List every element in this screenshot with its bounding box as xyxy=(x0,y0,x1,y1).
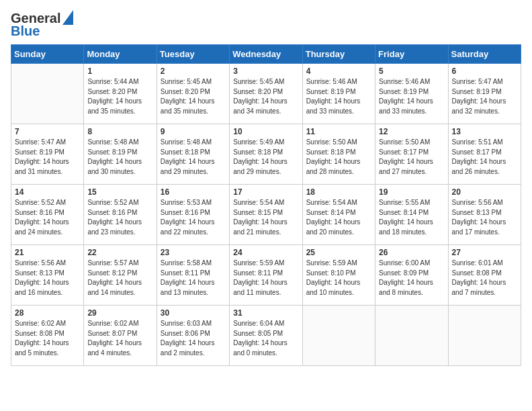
day-info: Sunrise: 5:57 AM Sunset: 8:12 PM Dayligh… xyxy=(87,259,152,298)
day-number: 8 xyxy=(87,127,152,136)
header: General Blue xyxy=(11,11,521,39)
day-info: Sunrise: 5:47 AM Sunset: 8:19 PM Dayligh… xyxy=(15,138,80,177)
day-info: Sunrise: 5:56 AM Sunset: 8:13 PM Dayligh… xyxy=(452,198,517,237)
day-info: Sunrise: 6:03 AM Sunset: 8:06 PM Dayligh… xyxy=(161,319,226,358)
day-info: Sunrise: 5:46 AM Sunset: 8:19 PM Dayligh… xyxy=(306,77,371,116)
calendar-cell: 27Sunrise: 6:01 AM Sunset: 8:08 PM Dayli… xyxy=(448,245,521,306)
day-info: Sunrise: 5:59 AM Sunset: 8:11 PM Dayligh… xyxy=(233,259,298,298)
calendar-cell: 17Sunrise: 5:54 AM Sunset: 8:15 PM Dayli… xyxy=(230,185,302,245)
day-number: 10 xyxy=(233,127,298,136)
calendar-cell: 14Sunrise: 5:52 AM Sunset: 8:16 PM Dayli… xyxy=(11,185,84,245)
day-info: Sunrise: 5:50 AM Sunset: 8:18 PM Dayligh… xyxy=(306,138,371,177)
day-number: 24 xyxy=(233,248,298,257)
day-number: 12 xyxy=(379,127,444,136)
day-info: Sunrise: 5:45 AM Sunset: 8:20 PM Dayligh… xyxy=(161,77,226,116)
calendar-cell: 21Sunrise: 5:56 AM Sunset: 8:13 PM Dayli… xyxy=(11,245,84,306)
day-number: 16 xyxy=(161,187,226,197)
day-number: 28 xyxy=(15,308,80,318)
calendar-week-row: 1Sunrise: 5:44 AM Sunset: 8:20 PM Daylig… xyxy=(11,64,521,124)
day-info: Sunrise: 5:52 AM Sunset: 8:16 PM Dayligh… xyxy=(15,198,80,237)
day-number: 1 xyxy=(87,66,152,76)
calendar-cell: 13Sunrise: 5:51 AM Sunset: 8:17 PM Dayli… xyxy=(448,124,521,185)
day-info: Sunrise: 5:54 AM Sunset: 8:15 PM Dayligh… xyxy=(233,198,298,237)
day-number: 7 xyxy=(15,127,80,136)
calendar-cell: 4Sunrise: 5:46 AM Sunset: 8:19 PM Daylig… xyxy=(302,64,375,124)
day-number: 5 xyxy=(379,66,444,76)
day-info: Sunrise: 5:51 AM Sunset: 8:17 PM Dayligh… xyxy=(452,138,517,177)
calendar-cell xyxy=(11,64,84,124)
day-info: Sunrise: 6:02 AM Sunset: 8:07 PM Dayligh… xyxy=(87,319,152,358)
day-number: 14 xyxy=(15,187,80,197)
day-header-friday: Friday xyxy=(375,45,448,64)
calendar-cell: 18Sunrise: 5:54 AM Sunset: 8:14 PM Dayli… xyxy=(302,185,375,245)
day-info: Sunrise: 5:46 AM Sunset: 8:19 PM Dayligh… xyxy=(379,77,444,116)
day-info: Sunrise: 5:56 AM Sunset: 8:13 PM Dayligh… xyxy=(15,259,80,298)
logo: General Blue xyxy=(11,11,73,39)
calendar-cell: 25Sunrise: 5:59 AM Sunset: 8:10 PM Dayli… xyxy=(302,245,375,306)
calendar-cell: 2Sunrise: 5:45 AM Sunset: 8:20 PM Daylig… xyxy=(157,64,229,124)
day-number: 20 xyxy=(452,187,517,197)
day-number: 6 xyxy=(452,66,517,76)
day-header-wednesday: Wednesday xyxy=(230,45,302,64)
day-number: 3 xyxy=(233,66,298,76)
day-info: Sunrise: 6:00 AM Sunset: 8:09 PM Dayligh… xyxy=(379,259,444,298)
calendar-week-row: 14Sunrise: 5:52 AM Sunset: 8:16 PM Dayli… xyxy=(11,185,521,245)
day-number: 11 xyxy=(306,127,371,136)
calendar-cell: 24Sunrise: 5:59 AM Sunset: 8:11 PM Dayli… xyxy=(230,245,302,306)
day-info: Sunrise: 6:04 AM Sunset: 8:05 PM Dayligh… xyxy=(233,319,298,358)
logo-blue: Blue xyxy=(11,24,40,39)
day-number: 17 xyxy=(233,187,298,197)
calendar-cell: 5Sunrise: 5:46 AM Sunset: 8:19 PM Daylig… xyxy=(375,64,448,124)
calendar-cell: 9Sunrise: 5:48 AM Sunset: 8:18 PM Daylig… xyxy=(157,124,229,185)
calendar-cell: 16Sunrise: 5:53 AM Sunset: 8:16 PM Dayli… xyxy=(157,185,229,245)
day-header-tuesday: Tuesday xyxy=(157,45,229,64)
day-number: 26 xyxy=(379,248,444,257)
calendar-cell: 29Sunrise: 6:02 AM Sunset: 8:07 PM Dayli… xyxy=(84,306,157,366)
day-number: 27 xyxy=(452,248,517,257)
day-info: Sunrise: 5:54 AM Sunset: 8:14 PM Dayligh… xyxy=(306,198,371,237)
day-number: 18 xyxy=(306,187,371,197)
day-info: Sunrise: 5:53 AM Sunset: 8:16 PM Dayligh… xyxy=(161,198,226,237)
day-header-sunday: Sunday xyxy=(11,45,84,64)
day-number: 22 xyxy=(87,248,152,257)
calendar-cell: 20Sunrise: 5:56 AM Sunset: 8:13 PM Dayli… xyxy=(448,185,521,245)
calendar-cell: 12Sunrise: 5:50 AM Sunset: 8:17 PM Dayli… xyxy=(375,124,448,185)
day-number: 2 xyxy=(161,66,226,76)
calendar-cell: 6Sunrise: 5:47 AM Sunset: 8:19 PM Daylig… xyxy=(448,64,521,124)
calendar-week-row: 7Sunrise: 5:47 AM Sunset: 8:19 PM Daylig… xyxy=(11,124,521,185)
calendar-cell: 23Sunrise: 5:58 AM Sunset: 8:11 PM Dayli… xyxy=(157,245,229,306)
day-number: 31 xyxy=(233,308,298,318)
day-number: 15 xyxy=(87,187,152,197)
day-number: 13 xyxy=(452,127,517,136)
day-header-thursday: Thursday xyxy=(302,45,375,64)
day-number: 19 xyxy=(379,187,444,197)
calendar-cell: 30Sunrise: 6:03 AM Sunset: 8:06 PM Dayli… xyxy=(157,306,229,366)
calendar-week-row: 21Sunrise: 5:56 AM Sunset: 8:13 PM Dayli… xyxy=(11,245,521,306)
calendar-cell: 19Sunrise: 5:55 AM Sunset: 8:14 PM Dayli… xyxy=(375,185,448,245)
calendar-cell: 11Sunrise: 5:50 AM Sunset: 8:18 PM Dayli… xyxy=(302,124,375,185)
day-info: Sunrise: 5:58 AM Sunset: 8:11 PM Dayligh… xyxy=(161,259,226,298)
day-info: Sunrise: 5:48 AM Sunset: 8:18 PM Dayligh… xyxy=(161,138,226,177)
day-info: Sunrise: 5:55 AM Sunset: 8:14 PM Dayligh… xyxy=(379,198,444,237)
day-number: 29 xyxy=(87,308,152,318)
calendar-header-row: SundayMondayTuesdayWednesdayThursdayFrid… xyxy=(11,45,521,64)
day-info: Sunrise: 5:45 AM Sunset: 8:20 PM Dayligh… xyxy=(233,77,298,116)
calendar-cell: 28Sunrise: 6:02 AM Sunset: 8:08 PM Dayli… xyxy=(11,306,84,366)
calendar-cell xyxy=(302,306,375,366)
day-info: Sunrise: 5:50 AM Sunset: 8:17 PM Dayligh… xyxy=(379,138,444,177)
day-number: 25 xyxy=(306,248,371,257)
day-number: 21 xyxy=(15,248,80,257)
calendar-cell: 7Sunrise: 5:47 AM Sunset: 8:19 PM Daylig… xyxy=(11,124,84,185)
day-number: 4 xyxy=(306,66,371,76)
calendar-cell: 3Sunrise: 5:45 AM Sunset: 8:20 PM Daylig… xyxy=(230,64,302,124)
calendar-cell xyxy=(375,306,448,366)
calendar-cell: 10Sunrise: 5:49 AM Sunset: 8:18 PM Dayli… xyxy=(230,124,302,185)
day-info: Sunrise: 5:44 AM Sunset: 8:20 PM Dayligh… xyxy=(87,77,152,116)
calendar-cell xyxy=(448,306,521,366)
day-number: 23 xyxy=(161,248,226,257)
day-info: Sunrise: 6:01 AM Sunset: 8:08 PM Dayligh… xyxy=(452,259,517,298)
day-info: Sunrise: 5:48 AM Sunset: 8:19 PM Dayligh… xyxy=(87,138,152,177)
calendar-cell: 22Sunrise: 5:57 AM Sunset: 8:12 PM Dayli… xyxy=(84,245,157,306)
day-info: Sunrise: 5:49 AM Sunset: 8:18 PM Dayligh… xyxy=(233,138,298,177)
calendar-cell: 1Sunrise: 5:44 AM Sunset: 8:20 PM Daylig… xyxy=(84,64,157,124)
